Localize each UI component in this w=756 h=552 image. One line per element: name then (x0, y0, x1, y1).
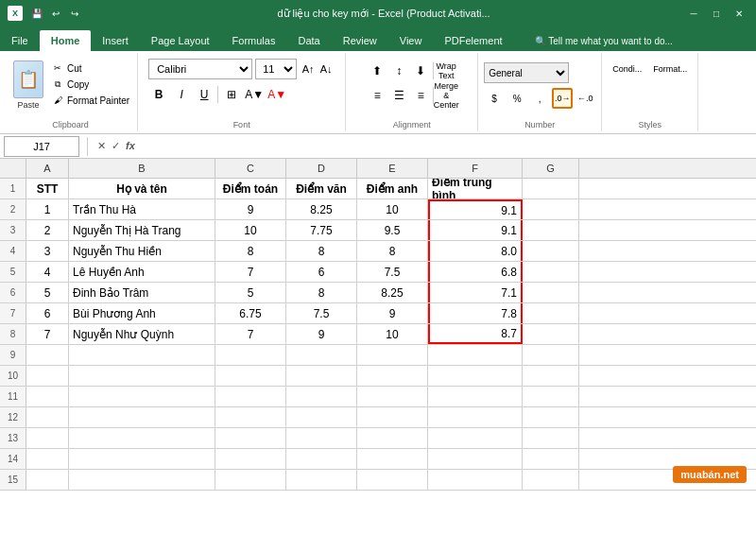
merge-center-button[interactable]: Merge & Center (436, 85, 456, 106)
tab-data[interactable]: Data (286, 30, 331, 51)
cell-c15[interactable] (215, 470, 286, 490)
cell-f13[interactable] (428, 428, 523, 448)
cell-g12[interactable] (523, 407, 579, 427)
font-family-select[interactable]: Calibri (148, 59, 252, 79)
cell-g6[interactable] (523, 283, 579, 302)
formula-input[interactable] (141, 136, 756, 157)
cell-a2[interactable]: 1 (26, 199, 69, 219)
cell-a3[interactable]: 2 (26, 220, 69, 240)
tab-page-layout[interactable]: Page Layout (140, 30, 221, 51)
cell-f1[interactable]: Điểm trung bình (428, 179, 523, 198)
cell-d12[interactable] (286, 407, 357, 427)
cell-e2[interactable]: 10 (357, 199, 428, 219)
cell-d15[interactable] (286, 470, 357, 490)
align-bottom-button[interactable]: ⬇ (410, 60, 431, 81)
cell-e6[interactable]: 8.25 (357, 283, 428, 302)
cell-b14[interactable] (69, 449, 215, 469)
cell-e3[interactable]: 9.5 (357, 220, 428, 240)
col-header-d[interactable]: D (286, 159, 357, 178)
align-right-button[interactable]: ≡ (410, 85, 431, 106)
cell-b15[interactable] (69, 470, 215, 490)
cell-f3[interactable]: 9.1 (428, 220, 523, 240)
conditional-formatting-button[interactable]: Condi... (608, 59, 646, 79)
align-top-button[interactable]: ⬆ (367, 60, 387, 81)
tab-formulas[interactable]: Formulas (221, 30, 287, 51)
cell-g2[interactable] (523, 199, 579, 219)
col-header-a[interactable]: A (26, 159, 69, 178)
cell-d10[interactable] (286, 366, 357, 386)
col-header-e[interactable]: E (357, 159, 428, 178)
cell-b10[interactable] (69, 366, 215, 386)
cell-d4[interactable]: 8 (286, 241, 357, 261)
italic-button[interactable]: I (171, 84, 192, 105)
cell-a14[interactable] (26, 449, 69, 469)
cell-b5[interactable]: Lê Huyền Anh (69, 262, 215, 282)
cell-f9[interactable] (428, 345, 523, 365)
col-header-c[interactable]: C (215, 159, 286, 178)
cell-f5[interactable]: 6.8 (428, 262, 523, 282)
bold-button[interactable]: B (148, 84, 169, 105)
cell-a10[interactable] (26, 366, 69, 386)
cell-e10[interactable] (357, 366, 428, 386)
wrap-text-button[interactable]: Wrap Text (436, 60, 456, 81)
cell-a1[interactable]: STT (26, 179, 69, 198)
cell-d9[interactable] (286, 345, 357, 365)
cell-c8[interactable]: 7 (215, 324, 286, 344)
decrease-font-size-button[interactable]: A↓ (318, 60, 335, 78)
increase-font-size-button[interactable]: A↑ (300, 60, 317, 78)
cell-c1[interactable]: Điểm toán (215, 179, 286, 198)
format-as-table-button[interactable]: Format... (648, 59, 692, 79)
maximize-button[interactable]: □ (707, 7, 726, 20)
percent-button[interactable]: % (507, 88, 527, 109)
format-painter-button[interactable]: 🖌 Format Painter (49, 93, 131, 108)
tab-view[interactable]: View (388, 30, 434, 51)
col-header-g[interactable]: G (523, 159, 579, 178)
increase-decimal-button[interactable]: ←.0 (575, 88, 595, 109)
cell-a4[interactable]: 3 (26, 241, 69, 261)
cell-d5[interactable]: 6 (286, 262, 357, 282)
cell-c13[interactable] (215, 428, 286, 448)
cell-c14[interactable] (215, 449, 286, 469)
tab-pdfelement[interactable]: PDFelement (433, 30, 513, 51)
redo-button[interactable]: ↪ (66, 5, 83, 22)
fill-color-button[interactable]: A▼ (244, 84, 265, 105)
decrease-decimal-button[interactable]: .0→ (552, 88, 573, 109)
cell-c7[interactable]: 6.75 (215, 303, 286, 323)
tab-insert[interactable]: Insert (91, 30, 140, 51)
underline-button[interactable]: U (194, 84, 215, 105)
cell-g11[interactable] (523, 387, 579, 406)
cell-b1[interactable]: Họ và tên (69, 179, 215, 198)
cell-a11[interactable] (26, 387, 69, 406)
cell-f12[interactable] (428, 407, 523, 427)
align-middle-button[interactable]: ↕ (388, 60, 409, 81)
cell-g15[interactable] (523, 470, 579, 490)
cell-f11[interactable] (428, 387, 523, 406)
cell-g7[interactable] (523, 303, 579, 323)
cell-a15[interactable] (26, 470, 69, 490)
copy-button[interactable]: ⧉ Copy (49, 77, 131, 92)
cell-b9[interactable] (69, 345, 215, 365)
cell-a7[interactable]: 6 (26, 303, 69, 323)
cell-b7[interactable]: Bùi Phương Anh (69, 303, 215, 323)
cancel-formula-icon[interactable]: ✕ (95, 138, 108, 154)
cell-e8[interactable]: 10 (357, 324, 428, 344)
cell-a13[interactable] (26, 428, 69, 448)
minimize-button[interactable]: ─ (684, 7, 703, 20)
cell-c2[interactable]: 9 (215, 199, 286, 219)
cell-e14[interactable] (357, 449, 428, 469)
tab-home[interactable]: Home (40, 30, 92, 51)
col-header-b[interactable]: B (69, 159, 215, 178)
cell-d14[interactable] (286, 449, 357, 469)
cell-d1[interactable]: Điểm văn (286, 179, 357, 198)
cell-f4[interactable]: 8.0 (428, 241, 523, 261)
name-box[interactable] (4, 136, 79, 157)
align-center-button[interactable]: ☰ (388, 85, 409, 106)
cell-g14[interactable] (523, 449, 579, 469)
cell-d11[interactable] (286, 387, 357, 406)
cell-a5[interactable]: 4 (26, 262, 69, 282)
cell-d7[interactable]: 7.5 (286, 303, 357, 323)
tab-file[interactable]: File (0, 30, 40, 51)
cell-f10[interactable] (428, 366, 523, 386)
cell-b11[interactable] (69, 387, 215, 406)
cell-e12[interactable] (357, 407, 428, 427)
